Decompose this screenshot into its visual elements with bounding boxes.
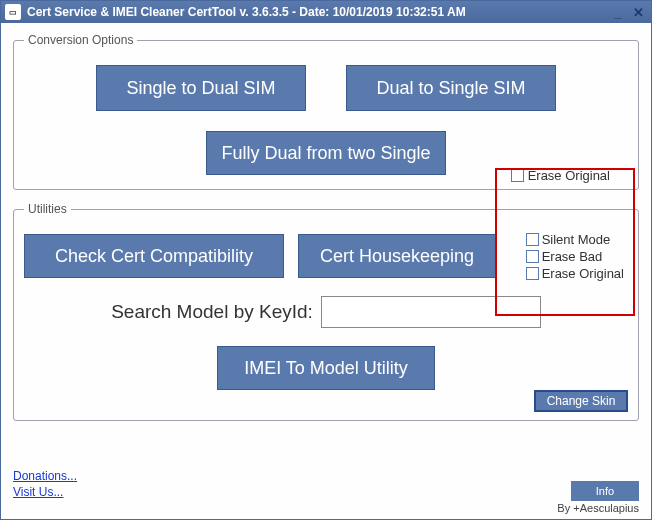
search-model-input[interactable] bbox=[321, 296, 541, 328]
erase-original-top-label: Erase Original bbox=[528, 168, 610, 183]
erase-bad-checkbox[interactable] bbox=[526, 250, 539, 263]
change-skin-button[interactable]: Change Skin bbox=[534, 390, 628, 412]
cert-housekeeping-button[interactable]: Cert Housekeeping bbox=[298, 234, 496, 278]
conversion-group: Conversion Options Single to Dual SIM Du… bbox=[13, 33, 639, 190]
erase-original-checkbox[interactable] bbox=[526, 267, 539, 280]
visit-us-link[interactable]: Visit Us... bbox=[13, 485, 639, 499]
check-cert-compat-button[interactable]: Check Cert Compatibility bbox=[24, 234, 284, 278]
erase-bad-label: Erase Bad bbox=[542, 249, 603, 264]
utilities-legend: Utilities bbox=[24, 202, 71, 216]
conversion-legend: Conversion Options bbox=[24, 33, 137, 47]
credit-label: By +Aesculapius bbox=[557, 502, 639, 514]
donations-link[interactable]: Donations... bbox=[13, 469, 639, 483]
single-to-dual-button[interactable]: Single to Dual SIM bbox=[96, 65, 306, 111]
erase-original-label: Erase Original bbox=[542, 266, 624, 281]
silent-mode-label: Silent Mode bbox=[542, 232, 611, 247]
minimize-button[interactable]: _ bbox=[609, 4, 627, 20]
erase-original-top-checkbox[interactable] bbox=[511, 169, 524, 182]
utilities-group: Utilities Check Cert Compatibility Cert … bbox=[13, 202, 639, 421]
dual-to-single-button[interactable]: Dual to Single SIM bbox=[346, 65, 556, 111]
silent-mode-checkbox[interactable] bbox=[526, 233, 539, 246]
fully-dual-button[interactable]: Fully Dual from two Single bbox=[206, 131, 446, 175]
info-button[interactable]: Info bbox=[571, 481, 639, 501]
titlebar[interactable]: ▭ Cert Service & IMEI Cleaner CertTool v… bbox=[1, 1, 651, 23]
utilities-checkbox-column: Silent Mode Erase Bad Erase Original bbox=[526, 232, 624, 281]
app-window: ▭ Cert Service & IMEI Cleaner CertTool v… bbox=[0, 0, 652, 520]
close-button[interactable]: ✕ bbox=[629, 4, 647, 20]
search-model-label: Search Model by KeyId: bbox=[111, 301, 313, 323]
erase-original-top-row: Erase Original bbox=[511, 168, 610, 183]
content-area: Conversion Options Single to Dual SIM Du… bbox=[1, 23, 651, 519]
window-title: Cert Service & IMEI Cleaner CertTool v. … bbox=[27, 5, 609, 19]
footer: Donations... Visit Us... Info By +Aescul… bbox=[13, 469, 639, 513]
app-icon: ▭ bbox=[5, 4, 21, 20]
imei-to-model-button[interactable]: IMEI To Model Utility bbox=[217, 346, 435, 390]
